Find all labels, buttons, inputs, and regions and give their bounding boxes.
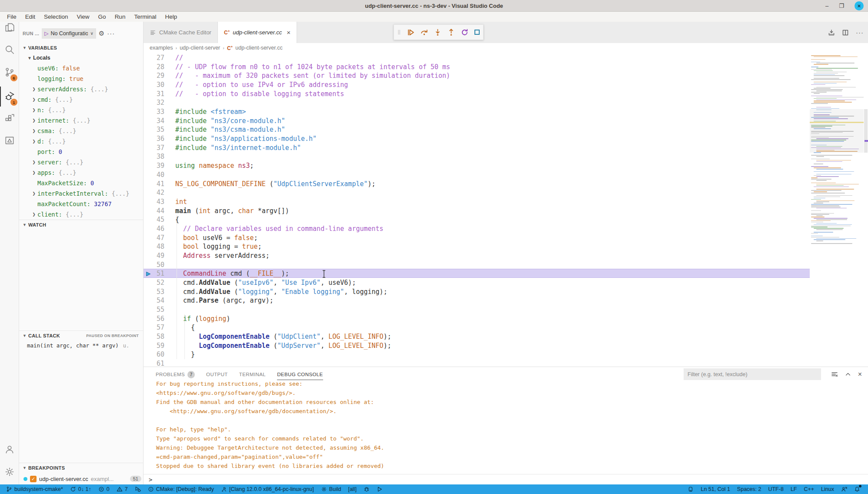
status-item-gear[interactable]: Build <box>318 484 344 494</box>
line-number[interactable]: 50 <box>144 260 164 270</box>
menu-item-go[interactable]: Go <box>94 13 110 20</box>
line-number[interactable]: 52 <box>144 278 164 287</box>
variables-section-header[interactable]: ▼ VARIABLES <box>19 43 143 53</box>
line-number[interactable]: 54 <box>144 296 164 305</box>
line-number[interactable]: 33 <box>144 107 164 117</box>
variable-row[interactable]: useV6: false <box>19 63 143 73</box>
console-prompt[interactable]: > <box>144 474 868 485</box>
variable-row[interactable]: ❯n: {...} <box>19 105 143 115</box>
status-item-tools[interactable]: [Clang 12.0.0 x86_64-pc-linux-gnu] <box>218 484 317 494</box>
code-line-47[interactable]: 47 bool useV6 = false; <box>144 234 868 243</box>
line-number[interactable]: 58 <box>144 332 164 341</box>
menu-item-selection[interactable]: Selection <box>40 13 73 20</box>
menu-item-terminal[interactable]: Terminal <box>130 13 160 20</box>
variable-row[interactable]: ❯serverAddress: {...} <box>19 84 143 94</box>
status-item-utf-8[interactable]: UTF-8 <box>765 484 786 494</box>
status-item-play[interactable] <box>374 484 385 494</box>
line-number[interactable]: 28 <box>144 63 164 72</box>
breakpoint-entry[interactable]: ✓ udp-client-server.cc exampl... 51 <box>23 474 141 484</box>
status-item-spaces-2[interactable]: Spaces: 2 <box>734 484 764 494</box>
minimize-icon[interactable]: – <box>825 3 828 9</box>
line-number[interactable]: 53 <box>144 287 164 297</box>
restart-icon[interactable] <box>461 29 468 36</box>
line-number[interactable]: 41 <box>144 180 164 189</box>
status-item-bell[interactable] <box>851 484 863 494</box>
watch-section-header[interactable]: ▼ WATCH <box>19 220 143 230</box>
code-line-45[interactable]: 45{ <box>144 215 868 224</box>
line-number[interactable]: 55 <box>144 305 164 314</box>
status-item-sync[interactable]: 0↓ 1↑ <box>67 484 94 494</box>
code-line-41[interactable]: 41NS_LOG_COMPONENT_DEFINE ("UdpClientSer… <box>144 180 868 189</box>
menu-item-help[interactable]: Help <box>160 13 181 20</box>
current-statement-pointer-icon[interactable] <box>146 269 153 278</box>
twistie-icon[interactable]: ❯ <box>30 191 37 196</box>
code-line-50[interactable]: 50 <box>144 260 868 270</box>
breadcrumb-item[interactable]: examples <box>150 45 173 51</box>
line-number[interactable]: 34 <box>144 117 164 126</box>
status-item-warning[interactable]: 7 <box>114 484 130 494</box>
more-actions-icon[interactable]: ··· <box>856 29 864 36</box>
line-number[interactable]: 46 <box>144 224 164 234</box>
variable-row[interactable]: ❯csma: {...} <box>19 126 143 136</box>
code-line-43[interactable]: 43int <box>144 197 868 207</box>
status-item-info[interactable]: CMake: [Debug]: Ready <box>145 484 217 494</box>
status-item--all-[interactable]: [all] <box>345 484 359 494</box>
close-icon[interactable]: × <box>855 1 864 10</box>
line-number[interactable]: 43 <box>144 197 164 207</box>
variable-row[interactable]: ❯server: {...} <box>19 157 143 167</box>
status-item-linux[interactable]: Linux <box>818 484 837 494</box>
twistie-icon[interactable]: ❯ <box>30 97 37 102</box>
code-editor[interactable]: 27//28// - UDP flow from n0 to n1 of 102… <box>144 53 868 367</box>
code-line-44[interactable]: 44main (int argc, char *argv[]) <box>144 207 868 216</box>
code-line-35[interactable]: 35#include "ns3/csma-module.h" <box>144 125 868 134</box>
activity-item-search[interactable] <box>0 40 19 60</box>
variable-row[interactable]: ❯client: {...} <box>19 209 143 220</box>
more-actions-icon[interactable]: ··· <box>107 30 115 37</box>
menu-item-view[interactable]: View <box>73 13 94 20</box>
code-line-34[interactable]: 34#include "ns3/core-module.h" <box>144 117 868 126</box>
stop-icon[interactable] <box>474 30 480 35</box>
twistie-icon[interactable]: ❯ <box>30 118 37 123</box>
twistie-icon[interactable]: ❯ <box>30 139 37 144</box>
breadcrumb-item[interactable]: udp-client-server.cc <box>235 45 282 51</box>
line-number[interactable]: 31 <box>144 90 164 99</box>
code-line-46[interactable]: 46 // Declare variables used in command-… <box>144 224 868 234</box>
code-line-52[interactable]: 52 cmd.AddValue ("useIpv6", "Use Ipv6", … <box>144 278 868 287</box>
call-stack-section-header[interactable]: ▼ CALL STACK PAUSED ON BREAKPOINT <box>19 331 143 340</box>
variable-row[interactable]: ❯d: {...} <box>19 136 143 147</box>
filter-input[interactable] <box>684 371 821 377</box>
step-over-icon[interactable] <box>421 29 428 36</box>
call-stack-frame[interactable]: main(int argc, char ** argv) u. <box>27 342 140 352</box>
code-line-54[interactable]: 54 cmd.Parse (argc, argv); <box>144 296 868 305</box>
status-item-bug[interactable] <box>361 484 372 494</box>
twistie-icon[interactable]: ❯ <box>30 170 37 175</box>
panel-tab-debug-console[interactable]: DEBUG CONSOLE <box>277 367 323 382</box>
line-number[interactable]: 60 <box>144 350 164 359</box>
breakpoint-checkbox[interactable]: ✓ <box>30 476 37 482</box>
download-icon[interactable] <box>828 29 835 36</box>
tab-cmake-cache-editor[interactable]: CMake Cache Editor <box>144 22 218 43</box>
twistie-icon[interactable]: ❯ <box>30 87 37 91</box>
activity-item-run-and-debug[interactable]: 1 <box>0 87 19 107</box>
breakpoints-section-header[interactable]: ▼ BREAKPOINTS <box>19 463 143 473</box>
code-line-39[interactable]: 39using namespace ns3; <box>144 161 868 170</box>
status-item-feedback[interactable] <box>838 484 850 494</box>
code-line-32[interactable]: 32 <box>144 98 868 107</box>
gear-icon[interactable]: ⚙ <box>99 30 104 37</box>
line-number[interactable]: 40 <box>144 170 164 180</box>
code-line-55[interactable]: 55 <box>144 305 868 314</box>
variable-row[interactable]: ❯interPacketInterval: {...} <box>19 188 143 199</box>
code-line-51[interactable]: 51 CommandLine cmd (__FILE__); <box>144 269 868 278</box>
code-line-57[interactable]: 57 { <box>144 323 868 332</box>
code-line-59[interactable]: 59 LogComponentEnable ("UdpServer", LOG_… <box>144 341 868 350</box>
line-number[interactable]: 32 <box>144 98 164 107</box>
line-number[interactable]: 57 <box>144 323 164 332</box>
line-number[interactable]: 39 <box>144 161 164 170</box>
activity-item-cmake[interactable] <box>0 130 19 150</box>
status-item-ln-51-col-1[interactable]: Ln 51, Col 1 <box>698 484 732 494</box>
line-number[interactable]: 47 <box>144 234 164 243</box>
twistie-icon[interactable]: ❯ <box>30 129 37 133</box>
code-line-29[interactable]: 29// - maximum of 320 packets sent (or l… <box>144 71 868 80</box>
code-line-37[interactable]: 37#include "ns3/internet-module.h" <box>144 144 868 153</box>
variable-row[interactable]: ❯internet: {...} <box>19 115 143 126</box>
